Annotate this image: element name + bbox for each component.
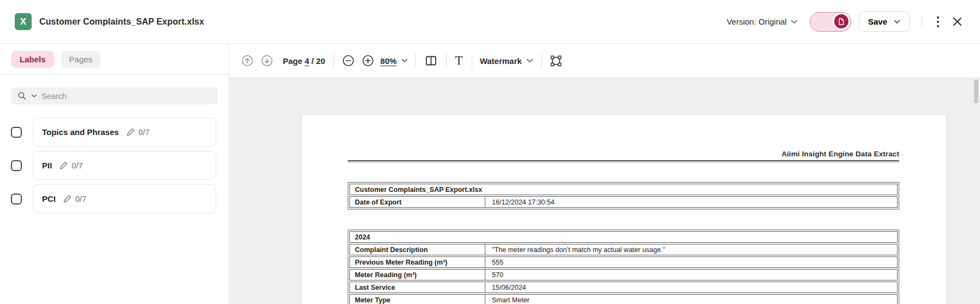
- label-card-topics-and-phrases[interactable]: Topics and Phrases 0/7: [33, 118, 216, 147]
- label-list: Topics and Phrases 0/7 PII: [0, 118, 229, 213]
- zoom-in-button[interactable]: [361, 54, 375, 68]
- page-indicator: Page 4 / 20: [283, 56, 325, 66]
- document-toggle-knob: [833, 13, 850, 30]
- version-label: Version: Original: [727, 17, 787, 26]
- row-label: Previous Meter Reading (m³): [350, 257, 485, 267]
- document-page: Aiimi Insight Engine Data Extract Custom…: [302, 115, 946, 304]
- table-row: Previous Meter Reading (m³) 555: [349, 256, 898, 268]
- save-button[interactable]: Save: [859, 11, 910, 32]
- chevron-down-icon: [791, 20, 798, 24]
- label-name: PII: [42, 161, 52, 170]
- table-row: Last Service 15/06/2024: [349, 282, 898, 293]
- more-options-button[interactable]: [933, 13, 943, 31]
- toolbar-divider: [472, 53, 472, 68]
- label-count: 0/7: [139, 128, 150, 137]
- page-label: Page: [283, 56, 302, 66]
- toolbar-divider: [415, 53, 416, 68]
- redaction-preview-toggle[interactable]: [810, 12, 851, 32]
- row-label: Date of Export: [350, 197, 485, 207]
- checkbox-topics-and-phrases[interactable]: [11, 127, 22, 138]
- row-value: 16/12/2024 17:30:54: [485, 197, 897, 207]
- pen-icon: [59, 161, 68, 170]
- checkbox-pci[interactable]: [11, 194, 22, 204]
- row-value: "The meter readings don’t match my actua…: [485, 244, 897, 255]
- marquee-selection-icon: [550, 55, 562, 67]
- minus-circle-icon: [342, 55, 354, 67]
- watermark-label: Watermark: [480, 56, 522, 66]
- file-name: Customer Complaints_SAP Export.xlsx: [39, 17, 204, 27]
- previous-page-button[interactable]: [240, 54, 254, 68]
- chevron-down-icon: [526, 59, 533, 63]
- table-title: 2024: [350, 232, 375, 242]
- text-tool-icon: T: [455, 55, 463, 67]
- chevron-down-icon[interactable]: [401, 59, 408, 63]
- next-page-button[interactable]: [260, 54, 274, 68]
- page-total: 20: [316, 56, 325, 66]
- row-label: Meter Reading (m³): [350, 270, 485, 280]
- label-name: PCI: [42, 194, 56, 203]
- row-value: 555: [485, 257, 897, 267]
- document-header-rule: [348, 160, 899, 162]
- label-card-pii[interactable]: PII 0/7: [33, 151, 216, 180]
- label-row-pci: PCI 0/7: [0, 184, 229, 213]
- zoom-level-value[interactable]: 80%: [381, 56, 397, 66]
- header-divider: [922, 15, 922, 29]
- row-label: Last Service: [350, 282, 485, 293]
- labels-sidebar: Labels Pages Topics and Phrases: [0, 44, 229, 304]
- close-icon: [953, 17, 962, 26]
- page-number-input[interactable]: 4: [305, 56, 309, 66]
- label-name: Topics and Phrases: [42, 127, 119, 137]
- document-viewer: Aiimi Insight Engine Data Extract Custom…: [229, 78, 980, 304]
- vertical-scrollbar-thumb[interactable]: [974, 79, 978, 103]
- page-separator: /: [312, 56, 314, 66]
- close-button[interactable]: [949, 14, 965, 30]
- table-row: Meter Reading (m³) 570: [349, 269, 898, 280]
- label-count: 0/7: [75, 195, 86, 203]
- table-row: Meter Type Smart Meter: [349, 294, 898, 304]
- toolbar-divider: [541, 53, 542, 68]
- document-icon: [837, 17, 845, 26]
- row-label: Complaint Description: [350, 244, 485, 255]
- search-box[interactable]: [11, 87, 218, 104]
- search-icon: [17, 91, 27, 101]
- pen-icon: [126, 127, 135, 137]
- export-info-table: Customer Complaints_SAP Export.xlsx Date…: [348, 182, 899, 209]
- checkbox-pii[interactable]: [11, 160, 22, 171]
- save-label: Save: [868, 17, 887, 26]
- sidebar-tabs: Labels Pages: [0, 44, 229, 75]
- tab-pages[interactable]: Pages: [61, 51, 101, 68]
- complaint-2024-table: 2024 Complaint Description "The meter re…: [348, 230, 899, 304]
- redaction-area-button[interactable]: [549, 54, 563, 68]
- arrow-down-circle-icon: [261, 55, 273, 67]
- text-tool-button[interactable]: T: [454, 54, 464, 68]
- tab-labels[interactable]: Labels: [11, 51, 54, 68]
- columns-icon: [425, 55, 437, 67]
- viewer-toolbar: Page 4 / 20 80%: [229, 44, 980, 78]
- version-dropdown[interactable]: Version: Original: [727, 17, 798, 26]
- toolbar-divider: [333, 53, 334, 68]
- table-title-row: Customer Complaints_SAP Export.xlsx: [349, 184, 898, 195]
- row-label: Meter Type: [350, 295, 485, 304]
- two-page-layout-button[interactable]: [424, 54, 438, 68]
- app-header: X Customer Complaints_SAP Export.xlsx Ve…: [0, 0, 980, 44]
- table-title-row: 2024: [349, 231, 898, 243]
- label-row-topics-and-phrases: Topics and Phrases 0/7: [0, 118, 229, 147]
- document-header-text: Aiimi Insight Engine Data Extract: [348, 150, 899, 158]
- search-filter-chevron-icon[interactable]: [31, 94, 37, 98]
- zoom-out-button[interactable]: [341, 54, 355, 68]
- label-row-pii: PII 0/7: [0, 151, 229, 180]
- toolbar-divider: [446, 53, 447, 68]
- table-row: Complaint Description "The meter reading…: [349, 244, 898, 255]
- excel-file-icon: X: [15, 13, 32, 30]
- watermark-dropdown[interactable]: Watermark: [480, 56, 533, 66]
- row-value: 15/06/2024: [485, 282, 897, 293]
- table-row: Date of Export 16/12/2024 17:30:54: [349, 196, 898, 208]
- row-value: 570: [485, 270, 897, 280]
- label-count: 0/7: [72, 161, 82, 170]
- table-title: Customer Complaints_SAP Export.xlsx: [350, 184, 487, 195]
- label-card-pci[interactable]: PCI 0/7: [33, 184, 216, 213]
- search-input[interactable]: [41, 92, 211, 101]
- plus-circle-icon: [362, 55, 374, 67]
- kebab-menu-icon: [936, 16, 940, 28]
- row-value: Smart Meter: [485, 295, 897, 304]
